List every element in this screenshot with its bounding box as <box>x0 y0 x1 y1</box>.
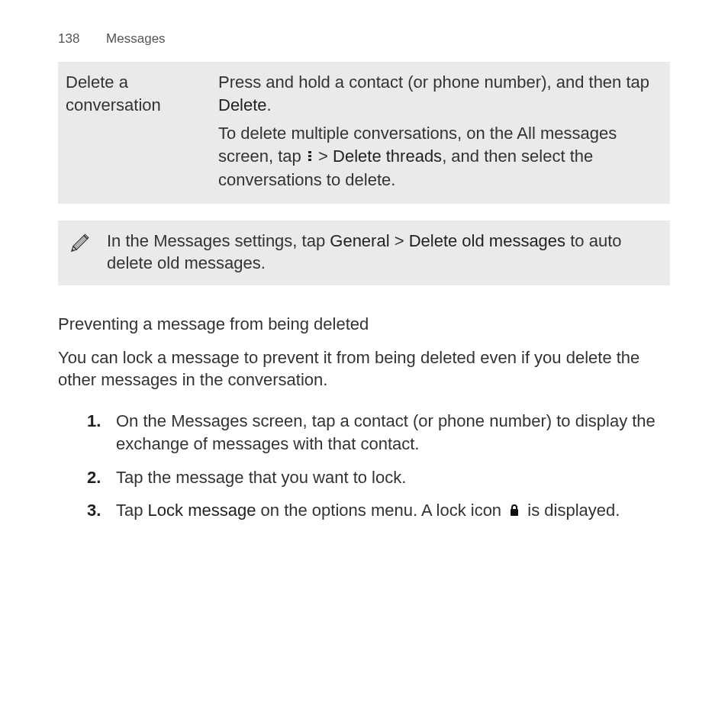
table-row-label: Delete a conversation <box>66 71 203 192</box>
bold-text: Lock message <box>148 501 256 520</box>
svg-rect-1 <box>308 155 311 157</box>
page-header: 138 Messages <box>58 31 670 48</box>
svg-rect-9 <box>511 509 518 516</box>
table-row-content: Press and hold a contact (or phone numbe… <box>218 71 662 192</box>
steps-list: On the Messages screen, tap a contact (o… <box>58 410 670 523</box>
bold-text: Delete old messages <box>409 231 565 250</box>
section-heading: Preventing a message from being deleted <box>58 313 670 336</box>
tip-box: In the Messages settings, tap General > … <box>58 221 670 285</box>
lock-icon <box>509 501 520 523</box>
paragraph: To delete multiple conversations, on the… <box>218 122 662 191</box>
bold-text: General <box>330 231 389 250</box>
body-paragraph: You can lock a message to prevent it fro… <box>58 346 670 391</box>
instruction-table-row: Delete a conversation Press and hold a c… <box>58 62 670 204</box>
page-number: 138 <box>58 31 79 46</box>
section-name: Messages <box>106 31 165 46</box>
document-page: 138 Messages Delete a conversation Press… <box>0 0 728 523</box>
pencil-icon <box>66 231 92 263</box>
overflow-menu-icon <box>308 146 312 169</box>
svg-rect-2 <box>308 159 311 161</box>
svg-rect-8 <box>84 234 89 239</box>
list-item: Tap Lock message on the options menu. A … <box>116 499 670 523</box>
svg-rect-3 <box>73 235 87 249</box>
svg-rect-0 <box>308 151 311 153</box>
tip-text: In the Messages settings, tap General > … <box>107 230 659 275</box>
list-item: On the Messages screen, tap a contact (o… <box>116 410 670 455</box>
bold-text: Delete <box>218 95 267 114</box>
bold-text: Delete threads <box>333 147 442 166</box>
paragraph: Press and hold a contact (or phone numbe… <box>218 71 662 116</box>
list-item: Tap the message that you want to lock. <box>116 466 670 489</box>
